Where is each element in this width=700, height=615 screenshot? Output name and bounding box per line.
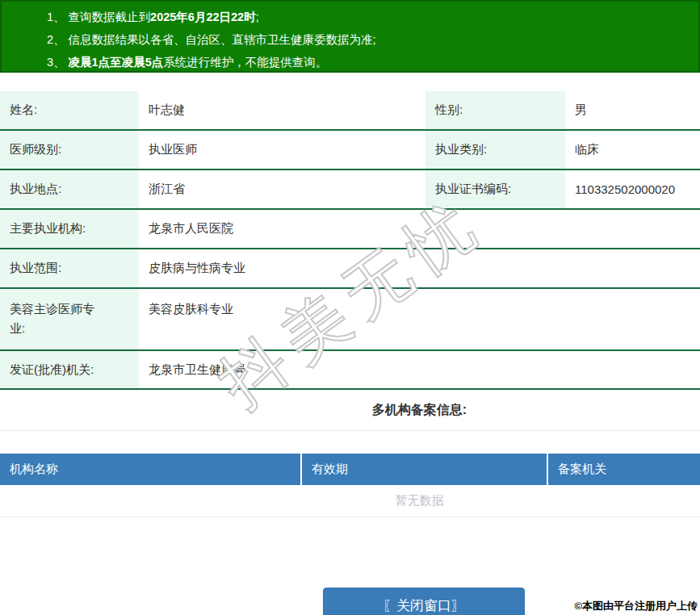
row-label: 性别: (425, 91, 565, 129)
row-value: 执业医师 (139, 131, 425, 169)
row-value: 美容皮肤科专业 (139, 289, 700, 349)
registry-header-row: 机构名称 有效期 备案机关 (0, 454, 700, 485)
row-value: 临床 (565, 131, 700, 169)
row-value: 叶志健 (139, 91, 425, 129)
row-value: 龙泉市人民医院 (139, 210, 700, 248)
table-row-main-institution: 主要执业机构: 龙泉市人民医院 (0, 210, 700, 249)
table-row-issuing-authority: 发证(批准)机关: 龙泉市卫生健康局 (0, 351, 700, 390)
table-row-level-category: 医师级别: 执业医师 执业类别: 临床 (0, 131, 700, 170)
practitioner-info-table: 姓名: 叶志健 性别: 男 医师级别: 执业医师 执业类别: 临床 执业地点: … (0, 91, 700, 390)
table-row-scope: 执业范围: 皮肤病与性病专业 (0, 249, 700, 289)
row-label: 主要执业机构: (0, 210, 139, 248)
row-label: 姓名: (0, 91, 139, 129)
row-label: 执业类别: (425, 131, 565, 169)
table-row-location-certno: 执业地点: 浙江省 执业证书编码: 110332502000020 (0, 170, 700, 210)
notice-line-3: 3、 凌晨1点至凌晨5点系统进行维护，不能提供查询。 (47, 51, 690, 73)
row-label: 执业地点: (0, 170, 139, 208)
row-value: 男 (565, 91, 700, 129)
header-cell-filing-authority: 备案机关 (548, 454, 700, 485)
row-value: 浙江省 (139, 170, 425, 208)
notice-line-2: 2、 信息数据结果以各省、自治区、直辖市卫生健康委数据为准; (47, 28, 690, 51)
header-cell-validity: 有效期 (302, 454, 547, 485)
row-value: 110332502000020 (565, 170, 700, 208)
table-row-name-gender: 姓名: 叶志健 性别: 男 (0, 91, 700, 131)
row-label: 执业范围: (0, 249, 139, 287)
row-label: 美容主诊医师专业: (0, 289, 139, 349)
empty-state-text: 暂无数据 (0, 485, 700, 517)
header-cell-institution: 机构名称 (0, 454, 300, 485)
divider-line (0, 430, 700, 431)
row-value: 龙泉市卫生健康局 (139, 351, 700, 388)
copyright-note: ©本图由平台注册用户上传 (574, 599, 698, 613)
table-row-cosmetic-specialty: 美容主诊医师专业: 美容皮肤科专业 (0, 289, 700, 351)
row-label: 发证(批准)机关: (0, 351, 139, 388)
row-label: 执业证书编码: (425, 170, 565, 208)
close-window-button[interactable]: 〖关闭窗口〗 (323, 588, 525, 615)
row-label: 医师级别: (0, 131, 139, 169)
section-title: 多机构备案信息: (139, 390, 700, 430)
notice-line-1: 1、 查询数据截止到2025年6月22日22时; (47, 6, 690, 28)
notice-panel: 1、 查询数据截止到2025年6月22日22时; 2、 信息数据结果以各省、自治… (0, 0, 700, 73)
row-value: 皮肤病与性病专业 (139, 249, 700, 287)
